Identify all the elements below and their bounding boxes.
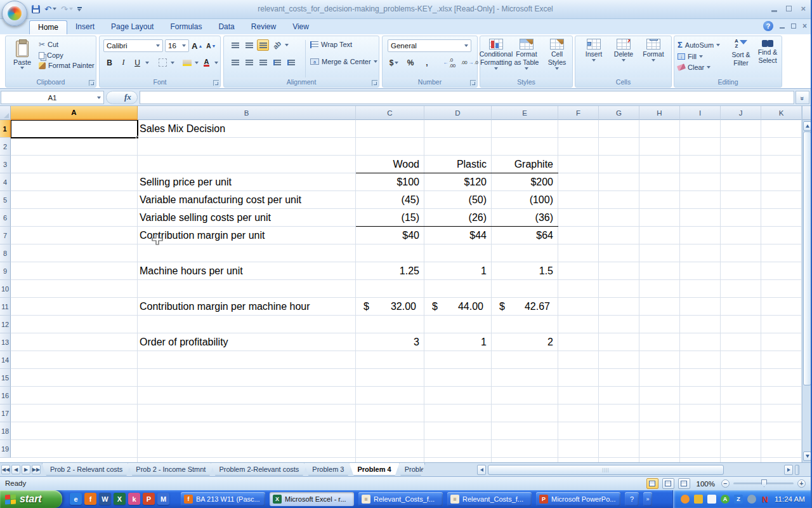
keys-icon[interactable]: k <box>128 493 140 505</box>
merge-center-button[interactable]: aMerge & Center <box>310 58 377 65</box>
row-header-11[interactable]: 11 <box>0 298 11 316</box>
cell-value[interactable]: 1.25 <box>356 262 424 280</box>
sheet-tab-prob-2-income-stmnt[interactable]: Prob 2 - Income Stmnt <box>128 463 214 476</box>
key-tray-icon[interactable] <box>707 495 716 504</box>
cell-value[interactable]: $64 <box>492 227 558 244</box>
tab-split-handle[interactable] <box>795 465 799 475</box>
copy-button[interactable]: Copy <box>39 51 95 59</box>
internet-explorer-icon[interactable]: e <box>70 493 82 505</box>
excel-icon[interactable]: X <box>114 493 126 505</box>
align-left-button[interactable] <box>229 57 241 68</box>
cell-label-variable-manufacturing-cost-per-unit[interactable]: Variable manufacturing cost per unit <box>138 191 356 209</box>
column-header-E[interactable]: E <box>492 106 558 120</box>
cell-value[interactable]: 1 <box>424 262 492 280</box>
tab-page-layout[interactable]: Page Layout <box>103 20 162 34</box>
fill-handle[interactable] <box>136 136 139 139</box>
name-box[interactable]: A1 <box>1 91 104 104</box>
tab-home[interactable]: Home <box>29 20 67 34</box>
zotero-tray-icon[interactable]: Z <box>734 495 743 504</box>
previous-sheet-button[interactable]: ◀ <box>11 465 20 474</box>
scroll-right-button[interactable] <box>784 465 793 475</box>
zoom-slider-thumb[interactable] <box>761 479 767 487</box>
sheet-tab-proble[interactable]: Proble <box>396 463 426 476</box>
cell-value[interactable]: 1.5 <box>492 262 558 280</box>
tab-data[interactable]: Data <box>210 20 242 34</box>
decrease-indent-button[interactable] <box>271 57 283 68</box>
column-header-K[interactable]: K <box>761 106 802 120</box>
format-as-table-button[interactable]: Formatas Table <box>512 39 541 70</box>
page-break-view-button[interactable] <box>678 478 690 489</box>
task-button-relevant-costs-f[interactable]: ≡Relevant_Costs_f... <box>358 492 443 506</box>
sheet-tab-problem-2-relevant-costs[interactable]: Problem 2-Relevant costs <box>211 463 307 476</box>
horizontal-scrollbar[interactable]: |||| <box>477 464 799 475</box>
close-button[interactable]: × <box>801 4 806 13</box>
select-all-corner[interactable] <box>0 106 11 120</box>
font-name-combo[interactable]: Calibri <box>103 39 163 52</box>
scroll-down-button[interactable] <box>803 451 811 461</box>
expand-formula-bar-button[interactable]: » <box>796 91 809 104</box>
customize-qat-button[interactable] <box>77 7 82 11</box>
cell-label-selling-price-per-unit[interactable]: Selling price per unit <box>138 173 356 191</box>
cell-grid[interactable]: Sales Mix DecisionWoodPlasticGraphiteSel… <box>11 120 802 462</box>
cell-B1-title[interactable]: Sales Mix Decision <box>138 120 356 138</box>
cell-label-variable-selling-costs-per-unit[interactable]: Variable selling costs per unit <box>138 209 356 227</box>
conditional-formatting-button[interactable]: ConditionalFormatting <box>481 39 511 70</box>
format-cells-button[interactable]: Format <box>639 39 668 62</box>
taskbar-group-chevron-button[interactable]: » <box>643 492 652 506</box>
fill-button[interactable]: ↓Fill <box>678 53 720 60</box>
redo-button[interactable]: ↷ <box>61 4 73 14</box>
task-button-microsoft-excel-r[interactable]: XMicrosoft Excel - r... <box>270 492 354 506</box>
column-header-F[interactable]: F <box>558 106 599 120</box>
norton-tray-icon[interactable]: N <box>761 495 769 504</box>
row-header-9[interactable]: 9 <box>0 262 11 280</box>
column-header-I[interactable]: I <box>680 106 721 120</box>
row-header-13[interactable]: 13 <box>0 333 11 351</box>
office-button[interactable] <box>2 1 27 26</box>
zoom-in-button[interactable]: + <box>797 479 806 488</box>
orientation-button[interactable]: ab <box>271 39 283 51</box>
sheet-tab-prob-2-relevant-costs[interactable]: Prob 2 - Relevant costs <box>42 463 131 476</box>
save-button[interactable] <box>32 5 40 13</box>
zoom-out-button[interactable]: − <box>721 479 730 488</box>
cell-value[interactable]: $42.67 <box>492 298 558 316</box>
middle-align-button[interactable] <box>243 39 255 51</box>
column-header-G[interactable]: G <box>599 106 639 120</box>
cell-value[interactable]: $40 <box>356 227 424 244</box>
center-button[interactable] <box>243 57 255 68</box>
insert-cells-button[interactable]: Insert <box>579 39 608 62</box>
row-header-5[interactable]: 5 <box>0 191 11 209</box>
column-header-A[interactable]: A <box>11 106 138 120</box>
align-right-button[interactable] <box>257 57 269 68</box>
bold-button[interactable]: B <box>103 57 115 69</box>
increase-indent-button[interactable] <box>285 57 297 68</box>
alignment-dialog-launcher[interactable] <box>372 80 377 86</box>
zoom-level[interactable]: 100% <box>697 480 715 488</box>
row-header-12[interactable]: 12 <box>0 316 11 333</box>
workbook-minimize-button[interactable] <box>780 27 785 29</box>
zoom-slider[interactable] <box>733 483 794 485</box>
row-header-15[interactable]: 15 <box>0 369 11 387</box>
row-header-7[interactable]: 7 <box>0 227 11 244</box>
task-button-relevant-costs-f[interactable]: ≡Relevant_Costs_f... <box>447 492 532 506</box>
percent-style-button[interactable]: % <box>404 57 417 69</box>
column-header-J[interactable]: J <box>721 106 761 120</box>
vertical-scroll-thumb[interactable] <box>803 131 811 385</box>
cell-value[interactable]: 1 <box>424 333 492 351</box>
cell-product-header-plastic[interactable]: Plastic <box>424 156 492 173</box>
sheet-tab-problem-3[interactable]: Problem 3 <box>304 463 352 476</box>
cell-value[interactable]: (36) <box>492 209 558 227</box>
cell-styles-button[interactable]: CellStyles <box>542 39 572 70</box>
undo-button[interactable]: ↶ <box>44 4 56 14</box>
clear-button[interactable]: Clear <box>678 64 720 71</box>
shrink-font-button[interactable]: A▼ <box>205 40 217 52</box>
start-button[interactable]: start <box>0 490 62 508</box>
last-sheet-button[interactable]: ▶▶ <box>32 465 41 474</box>
cell-value[interactable]: (100) <box>492 191 558 209</box>
autosum-button[interactable]: ΣAutoSum <box>678 40 720 50</box>
comma-style-button[interactable]: , <box>421 57 433 69</box>
row-header-4[interactable]: 4 <box>0 173 11 191</box>
cell-value[interactable]: (50) <box>424 191 492 209</box>
updates-tray-icon[interactable] <box>681 495 690 504</box>
tab-insert[interactable]: Insert <box>67 20 103 34</box>
next-sheet-button[interactable]: ▶ <box>22 465 30 474</box>
